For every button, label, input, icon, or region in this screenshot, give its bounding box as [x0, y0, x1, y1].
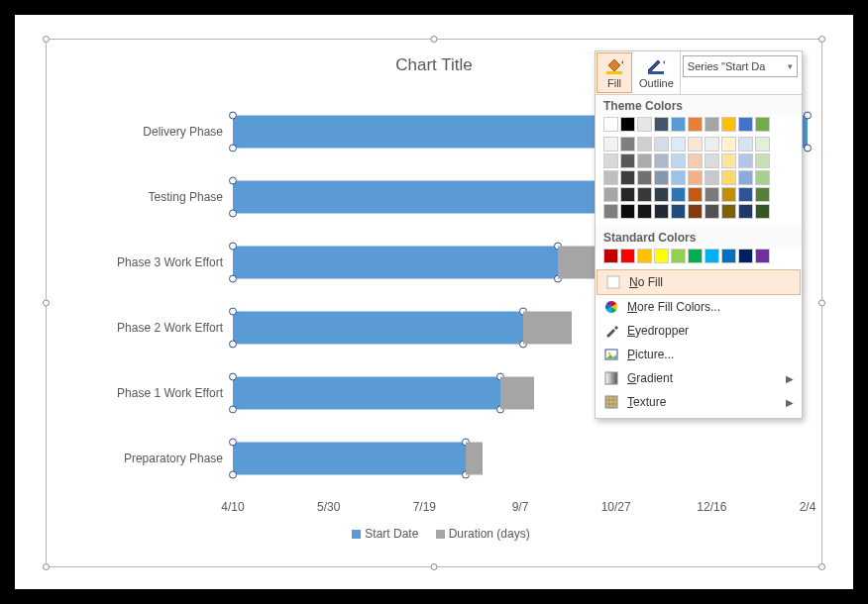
bar-start-date[interactable]: [233, 181, 626, 214]
color-swatch[interactable]: [603, 187, 618, 202]
color-swatch[interactable]: [738, 187, 753, 202]
category-label[interactable]: Preparatory Phase: [74, 452, 223, 465]
color-swatch[interactable]: [705, 204, 719, 219]
color-swatch[interactable]: [603, 170, 618, 185]
color-swatch[interactable]: [637, 187, 652, 202]
color-swatch[interactable]: [637, 117, 652, 132]
color-swatch[interactable]: [637, 170, 652, 185]
color-swatch[interactable]: [721, 170, 736, 185]
color-swatch[interactable]: [671, 153, 686, 168]
color-swatch[interactable]: [705, 170, 719, 185]
series-point-handle[interactable]: [229, 145, 237, 152]
color-swatch[interactable]: [654, 204, 669, 219]
series-point-handle[interactable]: [229, 341, 237, 349]
outline-button[interactable]: Outline: [633, 51, 681, 94]
series-point-handle[interactable]: [229, 308, 237, 316]
color-swatch[interactable]: [654, 117, 669, 132]
eyedropper-option[interactable]: Eyedropper: [596, 319, 802, 343]
color-swatch[interactable]: [688, 137, 703, 151]
chart-element-selector[interactable]: Series "Start Da ▾: [683, 55, 798, 77]
color-swatch[interactable]: [654, 153, 669, 168]
color-swatch[interactable]: [620, 187, 635, 202]
series-point-handle[interactable]: [229, 177, 237, 185]
color-swatch[interactable]: [637, 153, 652, 168]
color-swatch[interactable]: [755, 204, 770, 219]
texture-option[interactable]: Texture ▶: [596, 390, 802, 414]
color-swatch[interactable]: [620, 249, 635, 263]
color-swatch[interactable]: [688, 187, 703, 202]
category-label[interactable]: Phase 1 Work Effort: [74, 386, 223, 400]
color-swatch[interactable]: [721, 249, 736, 263]
series-point-handle[interactable]: [229, 439, 237, 447]
color-swatch[interactable]: [688, 204, 703, 219]
resize-handle[interactable]: [43, 563, 50, 570]
color-swatch[interactable]: [705, 117, 719, 132]
color-swatch[interactable]: [671, 204, 686, 219]
fill-button[interactable]: Fill: [597, 52, 632, 93]
series-point-handle[interactable]: [804, 145, 812, 152]
color-swatch[interactable]: [688, 153, 703, 168]
resize-handle[interactable]: [818, 563, 825, 570]
color-swatch[interactable]: [671, 249, 686, 263]
resize-handle[interactable]: [431, 36, 438, 43]
series-point-handle[interactable]: [229, 406, 237, 414]
series-point-handle[interactable]: [229, 112, 237, 120]
color-swatch[interactable]: [738, 249, 753, 263]
color-swatch[interactable]: [688, 170, 703, 185]
color-swatch[interactable]: [705, 249, 719, 263]
color-swatch[interactable]: [688, 249, 703, 263]
color-swatch[interactable]: [603, 117, 618, 132]
color-swatch[interactable]: [620, 153, 635, 168]
bar-duration[interactable]: [523, 312, 572, 345]
resize-handle[interactable]: [431, 563, 438, 570]
color-swatch[interactable]: [721, 153, 736, 168]
color-swatch[interactable]: [654, 249, 669, 263]
color-swatch[interactable]: [603, 137, 618, 151]
resize-handle[interactable]: [43, 36, 50, 43]
more-fill-colors-option[interactable]: More Fill Colors...: [596, 295, 802, 319]
color-swatch[interactable]: [755, 117, 770, 132]
color-swatch[interactable]: [671, 137, 686, 151]
color-swatch[interactable]: [637, 204, 652, 219]
resize-handle[interactable]: [43, 300, 50, 307]
bar-start-date[interactable]: [233, 312, 523, 345]
color-swatch[interactable]: [620, 137, 635, 151]
color-swatch[interactable]: [654, 187, 669, 202]
color-swatch[interactable]: [671, 187, 686, 202]
color-swatch[interactable]: [738, 170, 753, 185]
color-swatch[interactable]: [738, 204, 753, 219]
series-point-handle[interactable]: [229, 210, 237, 218]
color-swatch[interactable]: [755, 153, 770, 168]
color-swatch[interactable]: [738, 117, 753, 132]
color-swatch[interactable]: [637, 249, 652, 263]
color-swatch[interactable]: [721, 117, 736, 132]
color-swatch[interactable]: [603, 204, 618, 219]
color-swatch[interactable]: [705, 153, 719, 168]
legend[interactable]: Start Date Duration (days): [47, 527, 821, 541]
resize-handle[interactable]: [818, 300, 825, 307]
resize-handle[interactable]: [818, 36, 825, 43]
series-point-handle[interactable]: [229, 275, 237, 283]
series-point-handle[interactable]: [229, 471, 237, 479]
color-swatch[interactable]: [705, 187, 719, 202]
bar-duration[interactable]: [466, 443, 483, 475]
series-point-handle[interactable]: [804, 112, 812, 120]
series-point-handle[interactable]: [229, 373, 237, 381]
category-label[interactable]: Testing Phase: [74, 190, 223, 204]
color-swatch[interactable]: [620, 117, 635, 132]
no-fill-option[interactable]: No Fill: [597, 269, 801, 295]
picture-option[interactable]: Picture...: [596, 343, 802, 366]
color-swatch[interactable]: [671, 170, 686, 185]
color-swatch[interactable]: [755, 170, 770, 185]
color-swatch[interactable]: [755, 137, 770, 151]
color-swatch[interactable]: [603, 249, 618, 263]
color-swatch[interactable]: [738, 153, 753, 168]
color-swatch[interactable]: [705, 137, 719, 151]
color-swatch[interactable]: [721, 137, 736, 151]
color-swatch[interactable]: [721, 204, 736, 219]
bar-start-date[interactable]: [233, 247, 558, 279]
color-swatch[interactable]: [620, 170, 635, 185]
color-swatch[interactable]: [654, 170, 669, 185]
series-point-handle[interactable]: [229, 243, 237, 251]
color-swatch[interactable]: [620, 204, 635, 219]
